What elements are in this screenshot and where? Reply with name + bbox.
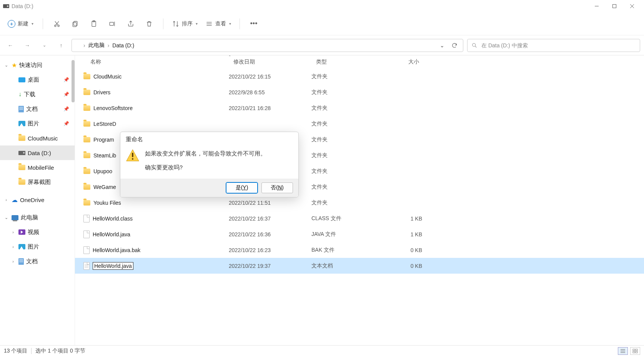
sidebar-this-pc[interactable]: ⌄此电脑 bbox=[0, 210, 75, 225]
back-button[interactable]: ← bbox=[4, 39, 17, 52]
folder-icon bbox=[83, 105, 90, 111]
folder-icon bbox=[83, 169, 90, 174]
file-row[interactable]: HelloWorld.java2022/10/22 19:37文本文档0 KB bbox=[75, 258, 644, 274]
svg-rect-9 bbox=[73, 22, 76, 27]
rename-button[interactable] bbox=[104, 15, 121, 32]
file-type: BAK 文件 bbox=[311, 247, 380, 254]
forward-button[interactable]: → bbox=[21, 39, 34, 52]
sidebar-cloudmusic[interactable]: CloudMusic bbox=[0, 131, 75, 145]
sidebar-documents2[interactable]: ›文档 bbox=[0, 254, 75, 269]
file-name: Program bbox=[93, 137, 114, 143]
file-type: 文本文档 bbox=[311, 262, 380, 269]
sidebar-onedrive[interactable]: ›☁OneDrive bbox=[0, 192, 75, 207]
dialog-line2: 确实要更改吗? bbox=[145, 162, 266, 172]
file-date: 2022/9/28 6:55 bbox=[229, 89, 311, 95]
file-type: 文件夹 bbox=[311, 105, 380, 112]
sidebar-mobilefile[interactable]: MobileFile bbox=[0, 160, 75, 175]
drive-icon bbox=[3, 4, 9, 8]
file-type: 文件夹 bbox=[311, 184, 380, 191]
search-box[interactable] bbox=[467, 39, 640, 52]
more-button[interactable]: ••• bbox=[245, 15, 262, 32]
address-dropdown[interactable]: ⌄ bbox=[437, 40, 448, 51]
sort-label: 排序 bbox=[182, 20, 193, 27]
file-type: CLASS 文件 bbox=[311, 215, 380, 222]
view-tiles-button[interactable] bbox=[630, 347, 640, 355]
file-row[interactable]: Drivers2022/9/28 6:55文件夹 bbox=[75, 84, 644, 100]
svg-rect-27 bbox=[132, 153, 133, 157]
sidebar-quick-access[interactable]: ⌄★快速访问 bbox=[0, 58, 75, 72]
copy-button[interactable] bbox=[67, 15, 84, 32]
maximize-button[interactable] bbox=[606, 0, 623, 12]
file-size: 0 KB bbox=[380, 263, 422, 269]
column-type[interactable]: 类型 bbox=[311, 55, 380, 69]
recent-button[interactable]: ⌄ bbox=[38, 39, 51, 52]
file-name: WeGame bbox=[93, 184, 116, 190]
sidebar-screenshots[interactable]: 屏幕截图 bbox=[0, 175, 75, 189]
rename-dialog: 重命名 如果改变文件扩展名，可能会导致文件不可用。 确实要更改吗? 是(Y) 否… bbox=[120, 132, 299, 197]
paste-button[interactable] bbox=[85, 15, 102, 32]
share-button[interactable] bbox=[122, 15, 139, 32]
file-row[interactable]: LeStoreD文件夹 bbox=[75, 116, 644, 132]
file-type: 文件夹 bbox=[311, 136, 380, 143]
file-type: 文件夹 bbox=[311, 73, 380, 80]
refresh-button[interactable] bbox=[449, 40, 460, 51]
svg-line-18 bbox=[475, 46, 476, 47]
view-label: 查看 bbox=[215, 20, 226, 27]
file-row[interactable]: LenovoSoftstore2022/10/21 16:28文件夹 bbox=[75, 100, 644, 116]
view-button[interactable]: 查看 ▾ bbox=[202, 18, 234, 30]
folder-icon bbox=[83, 153, 90, 158]
folder-icon bbox=[83, 200, 90, 206]
sidebar-videos[interactable]: ›视频 bbox=[0, 225, 75, 239]
file-row[interactable]: HelloWorld.class2022/10/22 16:37CLASS 文件… bbox=[75, 211, 644, 226]
sidebar-pictures[interactable]: 图片📌 bbox=[0, 116, 75, 131]
status-selection: 选中 1 个项目 0 字节 bbox=[35, 348, 85, 354]
window-title: Data (D:) bbox=[12, 3, 33, 9]
warning-icon bbox=[126, 149, 140, 162]
column-headers: 名称 修改日期 类型 大小 bbox=[75, 55, 644, 69]
close-button[interactable] bbox=[623, 0, 641, 12]
file-type: 文件夹 bbox=[311, 199, 380, 206]
new-button[interactable]: + 新建 ▾ bbox=[4, 18, 37, 30]
sidebar-downloads[interactable]: ↓下载📌 bbox=[0, 87, 75, 102]
breadcrumb-drive[interactable]: Data (D:) bbox=[111, 42, 136, 49]
view-details-button[interactable] bbox=[618, 347, 628, 355]
sort-indicator-icon: ˄ bbox=[229, 55, 231, 59]
status-count: 13 个项目 bbox=[4, 348, 27, 354]
minimize-button[interactable] bbox=[588, 0, 606, 12]
chevron-right-icon: › bbox=[83, 42, 85, 48]
dialog-yes-button[interactable]: 是(Y) bbox=[226, 182, 258, 193]
column-name[interactable]: 名称 bbox=[75, 55, 229, 69]
sidebar-desktop[interactable]: 桌面📌 bbox=[0, 72, 75, 87]
up-button[interactable]: ↑ bbox=[55, 39, 68, 52]
svg-rect-23 bbox=[636, 349, 637, 351]
file-row[interactable]: HelloWorld.java.bak2022/10/22 16:23BAK 文… bbox=[75, 242, 644, 258]
svg-rect-24 bbox=[633, 351, 635, 353]
dialog-no-button[interactable]: 否(N) bbox=[261, 182, 293, 193]
file-name: HelloWorld.java bbox=[93, 231, 130, 237]
file-date: 2022/10/22 16:23 bbox=[229, 247, 311, 253]
video-icon bbox=[18, 229, 25, 235]
file-row[interactable]: CloudMusic2022/10/22 16:15文件夹 bbox=[75, 69, 644, 84]
search-input[interactable] bbox=[481, 42, 636, 48]
address-bar[interactable]: › 此电脑 › Data (D:) ⌄ bbox=[72, 39, 463, 52]
svg-point-17 bbox=[473, 43, 476, 46]
folder-icon bbox=[83, 137, 90, 142]
file-icon bbox=[83, 262, 90, 270]
pc-icon bbox=[12, 215, 18, 220]
new-label: 新建 bbox=[18, 20, 28, 27]
folder-icon bbox=[18, 135, 25, 141]
sort-button[interactable]: 排序 ▾ bbox=[169, 18, 201, 30]
column-date[interactable]: 修改日期 bbox=[229, 55, 311, 69]
sidebar-data-d[interactable]: Data (D:) bbox=[0, 145, 75, 160]
cut-button[interactable] bbox=[48, 15, 65, 32]
scrollbar-thumb[interactable] bbox=[72, 60, 75, 102]
file-type: JAVA 文件 bbox=[311, 231, 380, 238]
breadcrumb-pc[interactable]: 此电脑 bbox=[87, 41, 106, 50]
delete-button[interactable] bbox=[141, 15, 158, 32]
file-icon bbox=[83, 246, 90, 254]
sidebar-pictures2[interactable]: ›图片 bbox=[0, 239, 75, 254]
file-row[interactable]: HelloWorld.java2022/10/22 16:36JAVA 文件1 … bbox=[75, 226, 644, 242]
star-icon: ★ bbox=[12, 62, 17, 69]
sidebar-documents[interactable]: 文档📌 bbox=[0, 102, 75, 116]
column-size[interactable]: 大小 bbox=[380, 55, 424, 69]
